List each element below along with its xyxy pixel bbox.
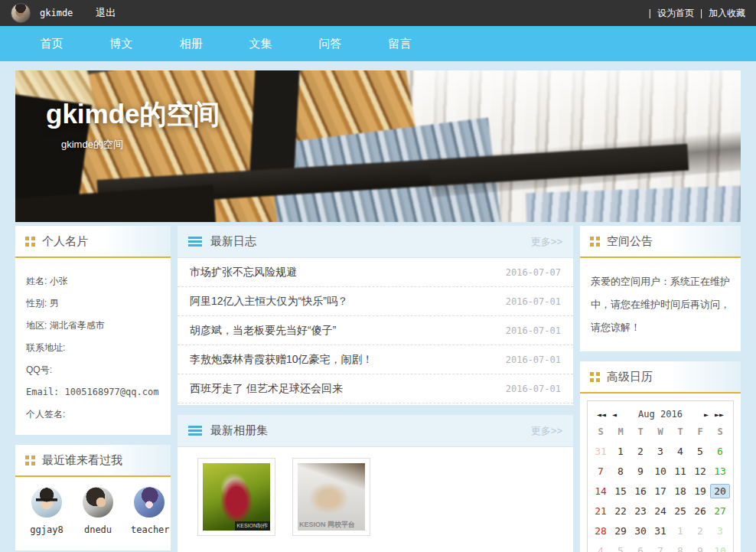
calendar-widget: ◄◄ ◄ Aug 2016 ► ►► SMTWTFS 3112345678910…: [587, 400, 734, 552]
separator: |: [700, 8, 702, 18]
calendar-day-cell[interactable]: 16: [631, 481, 650, 501]
album-photo: KESION 网校平台: [298, 463, 365, 531]
calendar-day-cell[interactable]: 31: [650, 521, 670, 541]
calendar-day-cell[interactable]: 5: [690, 441, 710, 461]
next-year-button[interactable]: ►►: [715, 410, 724, 419]
visitor-name: teacher: [131, 524, 168, 535]
latest-album-title: 最新相册集: [210, 423, 268, 438]
blog-post-link[interactable]: 阿里12亿入主恒大仅为“快乐”吗？2016-07-01: [178, 287, 573, 316]
nav-item-guestbook[interactable]: 留言: [365, 37, 435, 51]
profile-field: QQ号:: [26, 359, 160, 381]
calendar-day-cell[interactable]: 4: [591, 541, 611, 552]
profile-field: 性别: 男: [26, 292, 160, 315]
calendar-day-cell[interactable]: 13: [710, 461, 730, 481]
calendar-day-cell[interactable]: 9: [631, 461, 650, 481]
visitor-avatar: [83, 487, 113, 518]
blog-post-link[interactable]: 市场扩张不忘风险规避2016-07-07: [178, 258, 573, 287]
album-thumbnail[interactable]: KESION 网校平台: [292, 458, 370, 536]
visitor-teacher[interactable]: teacher: [131, 487, 168, 535]
visitor-ggjay8[interactable]: ggjay8: [28, 487, 65, 535]
blog-post-link[interactable]: 李敖炮轰林青霞获赠10亿豪宅，闹剧！2016-07-01: [178, 345, 573, 374]
album-more-link[interactable]: 更多>>: [531, 424, 562, 438]
calendar-day-cell[interactable]: 19: [690, 481, 710, 501]
space-subtitle: gkimde的空间: [61, 138, 123, 152]
calendar-day-cell[interactable]: 17: [650, 481, 670, 501]
left-column: 个人名片 姓名: 小张性别: 男地区: 湖北省孝感市联系地址:QQ号:Email…: [15, 226, 171, 552]
today-highlight: 20: [710, 484, 730, 498]
calendar-day-cell[interactable]: 2: [631, 441, 650, 461]
profile-field: 姓名: 小张: [26, 270, 160, 292]
nav-item-collection[interactable]: 文集: [226, 37, 295, 51]
calendar-day-cell[interactable]: 27: [710, 501, 730, 521]
calendar-day-cell[interactable]: 12: [690, 461, 710, 481]
banner-photo: [15, 70, 741, 222]
calendar-day-cell[interactable]: 22: [611, 501, 631, 521]
calendar-month-label: Aug 2016: [617, 409, 704, 420]
add-favorite-link[interactable]: 加入收藏: [709, 7, 745, 20]
blog-post-title: 阿里12亿入主恒大仅为“快乐”吗？: [190, 295, 348, 309]
calendar-day-cell[interactable]: 10: [710, 541, 730, 552]
separator: |: [649, 8, 651, 18]
calendar-day-cell[interactable]: 6: [631, 541, 650, 552]
topbar: gkimde 退出 | 设为首页 | 加入收藏: [0, 0, 756, 26]
next-month-button[interactable]: ►: [704, 410, 709, 419]
visitor-avatar: [134, 487, 165, 518]
user-avatar[interactable]: [11, 3, 31, 23]
visitor-dnedu[interactable]: dnedu: [80, 487, 116, 535]
calendar-day-cell[interactable]: 10: [650, 461, 670, 481]
nav-item-album[interactable]: 相册: [156, 37, 226, 51]
calendar-day-cell[interactable]: 1: [670, 521, 690, 541]
calendar-day-cell[interactable]: 2: [690, 521, 710, 541]
calendar-day-cell[interactable]: 3: [710, 521, 730, 541]
album-thumbnail[interactable]: KESION制作: [197, 458, 275, 536]
calendar-day-cell[interactable]: 7: [650, 541, 670, 552]
blog-post-link[interactable]: 西班牙走了 但艺术足球还会回来2016-07-01: [178, 374, 573, 403]
calendar-today-cell[interactable]: 20: [710, 481, 730, 501]
calendar-day-cell[interactable]: 8: [611, 461, 631, 481]
blog-post-title: 李敖炮轰林青霞获赠10亿豪宅，闹剧！: [190, 353, 373, 367]
profile-field: Email: 1005168977@qq.com: [26, 381, 160, 403]
calendar-day-cell[interactable]: 23: [631, 501, 650, 521]
calendar-day-cell[interactable]: 21: [591, 501, 611, 521]
calendar-day-cell[interactable]: 6: [710, 441, 730, 461]
nav-item-qa[interactable]: 问答: [295, 37, 365, 51]
calendar-day-cell[interactable]: 11: [670, 461, 690, 481]
calendar-day-cell[interactable]: 25: [670, 501, 690, 521]
visitor-name: dnedu: [80, 524, 116, 535]
calendar-day-cell[interactable]: 8: [670, 541, 690, 552]
calendar-day-cell[interactable]: 15: [611, 481, 631, 501]
profile-card: 个人名片 姓名: 小张性别: 男地区: 湖北省孝感市联系地址:QQ号:Email…: [15, 226, 171, 435]
profile-card-title: 个人名片: [42, 234, 88, 249]
blog-post-link[interactable]: 胡彦斌，当老板要先当好“傻子”2016-07-01: [178, 316, 573, 345]
profile-field: 地区: 湖北省孝感市: [26, 315, 160, 337]
list-icon: [188, 426, 202, 436]
calendar-day-cell[interactable]: 28: [591, 521, 611, 541]
calendar-day-cell[interactable]: 29: [611, 521, 631, 541]
latest-blog-header: 最新日志 更多>>: [178, 226, 573, 258]
calendar-card-header: 高级日历: [580, 361, 741, 394]
calendar-day-cell[interactable]: 31: [591, 441, 611, 461]
calendar-day-cell[interactable]: 14: [591, 481, 611, 501]
calendar-day-cell[interactable]: 5: [611, 541, 631, 552]
calendar-day-cell[interactable]: 1: [611, 441, 631, 461]
calendar-day-cell[interactable]: 7: [591, 461, 611, 481]
calendar-day-cell[interactable]: 24: [650, 501, 670, 521]
notice-card-header: 空间公告: [580, 226, 741, 258]
calendar-day-cell[interactable]: 4: [670, 441, 690, 461]
banner: gkimde的空间 gkimde的空间: [15, 70, 741, 222]
calendar-day-cell[interactable]: 3: [650, 441, 670, 461]
nav-item-home[interactable]: 首页: [17, 37, 86, 51]
set-home-link[interactable]: 设为首页: [657, 7, 694, 20]
calendar-day-cell[interactable]: 26: [690, 501, 710, 521]
prev-year-button[interactable]: ◄◄: [597, 410, 606, 419]
calendar-day-cell[interactable]: 9: [690, 541, 710, 552]
blog-post-date: 2016-07-01: [506, 296, 561, 307]
logout-button[interactable]: 退出: [96, 6, 116, 20]
nav-item-blog[interactable]: 博文: [86, 37, 156, 51]
visitor-name: ggjay8: [28, 524, 65, 535]
blog-more-link[interactable]: 更多>>: [531, 235, 562, 249]
calendar-day-cell[interactable]: 18: [670, 481, 690, 501]
blog-post-date: 2016-07-07: [506, 267, 561, 278]
username-label[interactable]: gkimde: [40, 8, 73, 18]
calendar-day-cell[interactable]: 30: [631, 521, 650, 541]
